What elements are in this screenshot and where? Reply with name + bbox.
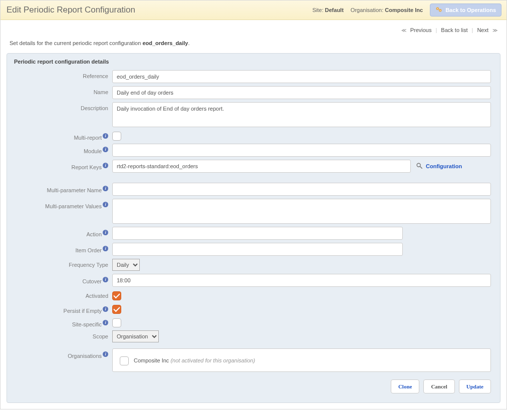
info-icon[interactable]: i — [103, 202, 108, 207]
chevron-right-icon: ≫ — [492, 28, 497, 33]
info-icon[interactable]: i — [103, 306, 108, 312]
description-textarea[interactable]: Daily invocation of End of day orders re… — [112, 102, 491, 127]
multi-report-checkbox[interactable] — [112, 132, 121, 141]
search-icon — [416, 162, 423, 170]
header-bar: Edit Periodic Report Configuration Site:… — [1, 1, 506, 20]
multi-param-name-label: Multi-parameter Namei — [14, 183, 112, 193]
update-button[interactable]: Update — [459, 379, 491, 393]
info-icon[interactable]: i — [103, 277, 108, 282]
multi-param-name-input[interactable] — [112, 183, 491, 196]
details-panel: Periodic report configuration details Re… — [7, 53, 500, 403]
gears-icon — [435, 6, 442, 14]
header-meta: Site: Default Organisation: Composite In… — [312, 4, 501, 17]
next-link[interactable]: Next — [477, 27, 488, 33]
site-label: Site: Default — [312, 7, 343, 13]
report-keys-label: Report Keysi — [14, 160, 112, 170]
panel-title: Periodic report configuration details — [7, 54, 500, 69]
cancel-button[interactable]: Cancel — [423, 379, 454, 393]
action-label: Actioni — [14, 227, 112, 237]
description-label: Description — [14, 102, 112, 111]
cutover-input[interactable] — [112, 274, 491, 287]
org-label: Organisation: Composite Inc — [351, 7, 423, 13]
reference-label: Reference — [14, 70, 112, 79]
activated-checkbox[interactable] — [112, 291, 121, 300]
frequency-type-label: Frequency Type — [14, 259, 112, 268]
page-container: Edit Periodic Report Configuration Site:… — [0, 0, 507, 409]
site-specific-label: Site-specifici — [14, 317, 112, 327]
svg-point-4 — [417, 163, 420, 167]
cutover-label: Cutoveri — [14, 274, 112, 284]
back-to-list-link[interactable]: Back to list — [441, 27, 467, 33]
persist-if-empty-checkbox[interactable] — [112, 305, 121, 314]
info-icon[interactable]: i — [103, 230, 108, 235]
action-input[interactable] — [112, 227, 403, 240]
svg-line-5 — [420, 167, 422, 169]
organisations-box: Composite Inc (not activated for this or… — [112, 348, 491, 372]
report-keys-input[interactable] — [112, 160, 411, 173]
organisation-checkbox[interactable] — [120, 356, 129, 365]
chevron-left-icon: ≪ — [401, 28, 406, 33]
previous-link[interactable]: Previous — [410, 27, 432, 33]
name-label: Name — [14, 86, 112, 95]
button-row: Clone Cancel Update — [7, 373, 500, 395]
multi-report-label: Multi-reporti — [14, 130, 112, 141]
site-specific-checkbox[interactable] — [112, 318, 121, 327]
info-icon[interactable]: i — [103, 246, 108, 251]
nav-row: ≪ Previous | Back to list | Next ≫ — [1, 20, 506, 38]
info-icon[interactable]: i — [103, 186, 108, 191]
organisations-label: Organisationsi — [14, 348, 112, 359]
svg-point-2 — [437, 8, 438, 9]
module-input[interactable] — [112, 144, 491, 157]
configuration-link[interactable]: Configuration — [416, 160, 462, 170]
multi-param-values-label: Multi-parameter Valuesi — [14, 199, 112, 209]
info-icon[interactable]: i — [103, 351, 108, 357]
scope-label: Scope — [14, 330, 112, 339]
info-icon[interactable]: i — [103, 163, 108, 168]
page-title: Edit Periodic Report Configuration — [7, 5, 135, 15]
frequency-type-select[interactable]: Daily — [112, 259, 140, 271]
scope-select[interactable]: Organisation — [112, 330, 159, 342]
item-order-input[interactable] — [112, 243, 403, 256]
info-icon[interactable]: i — [103, 133, 108, 139]
back-to-operations-button[interactable]: Back to Operations — [430, 4, 501, 17]
info-icon[interactable]: i — [103, 320, 108, 325]
intro-text: Set details for the current periodic rep… — [1, 38, 506, 53]
item-order-label: Item Orderi — [14, 243, 112, 253]
reference-input[interactable] — [112, 70, 491, 83]
persist-if-empty-label: Persist if Emptyi — [14, 303, 112, 314]
module-label: Modulei — [14, 144, 112, 154]
name-input[interactable] — [112, 86, 491, 99]
info-icon[interactable]: i — [103, 147, 108, 152]
organisation-note: (not activated for this organisation) — [170, 357, 255, 363]
clone-button[interactable]: Clone — [391, 379, 420, 393]
organisation-name: Composite Inc — [134, 357, 169, 363]
multi-param-values-textarea[interactable] — [112, 199, 491, 224]
activated-label: Activated — [14, 290, 112, 299]
svg-point-3 — [440, 10, 441, 11]
